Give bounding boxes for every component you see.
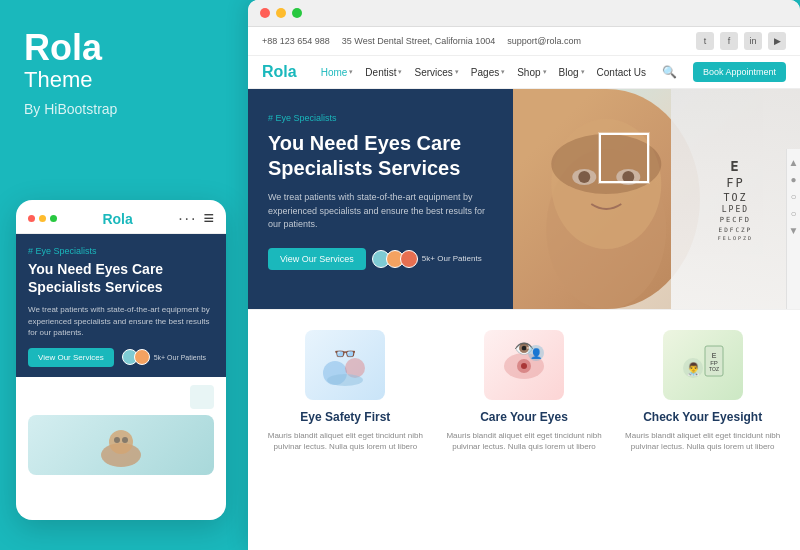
service-illustration-2: 👁️ 👤	[484, 330, 564, 400]
service-illustration-3: E FP TOZ 👨‍⚕️	[663, 330, 743, 400]
browser-window: +88 123 654 988 35 West Dental Street, C…	[248, 0, 800, 550]
patients-count: 5k+ Our Patients	[422, 254, 482, 263]
scroll-icon-2: ○	[790, 191, 796, 202]
scroll-icon-1: ●	[790, 174, 796, 185]
hero-patients: 5k+ Our Patients	[376, 250, 482, 268]
dentist-chevron-icon: ▾	[398, 68, 402, 76]
mobile-patient-avatars	[126, 349, 150, 365]
hero-left: # Eye Specialists You Need Eyes Care Spe…	[248, 89, 513, 309]
social-icons: t f in ▶	[696, 32, 786, 50]
mobile-dot-yellow	[39, 215, 46, 222]
mobile-hamburger-icon: ≡	[203, 208, 214, 229]
mobile-mockup: Rola ··· ≡ # Eye Specialists You Need Ey…	[16, 200, 226, 520]
eye-chart-overlay: E FP TOZ LPED PECFD EDFCZP FELOPZD	[671, 89, 800, 309]
phone-number: +88 123 654 988	[262, 36, 330, 46]
top-bar-contact: +88 123 654 988 35 West Dental Street, C…	[262, 36, 581, 46]
nav-link-shop[interactable]: Shop ▾	[517, 67, 546, 78]
home-chevron-icon: ▾	[349, 68, 353, 76]
eye-chart-line-1: E	[730, 158, 740, 174]
mobile-bottom	[16, 377, 226, 483]
svg-text:E: E	[711, 352, 716, 359]
svg-text:👤: 👤	[530, 347, 543, 360]
patient-avatar-3	[400, 250, 418, 268]
youtube-icon[interactable]: ▶	[768, 32, 786, 50]
service-title-1: Eye Safety First	[266, 410, 425, 424]
service-desc-1: Mauris blandit aliquet elit eget tincidu…	[266, 430, 425, 452]
facebook-icon[interactable]: f	[720, 32, 738, 50]
service-card-2: 👁️ 👤 Care Your Eyes Mauris blandit aliqu…	[441, 330, 608, 452]
mobile-form-icon	[190, 385, 214, 409]
browser-chrome	[248, 0, 800, 27]
mobile-brand: Rola	[102, 211, 132, 227]
email-text: support@rola.com	[507, 36, 581, 46]
svg-point-13	[327, 374, 363, 386]
mobile-chrome: Rola ··· ≡	[16, 200, 226, 234]
eye-chart-line-4: LPED	[722, 205, 749, 214]
eye-chart-line-3: TOZ	[723, 192, 747, 203]
mobile-tag: # Eye Specialists	[28, 246, 214, 256]
hero-desc: We treat patients with state-of-the-art …	[268, 191, 493, 232]
mobile-more-icon: ···	[178, 210, 197, 228]
svg-text:👨‍⚕️: 👨‍⚕️	[685, 361, 700, 376]
hero-right: E FP TOZ LPED PECFD EDFCZP FELOPZD	[513, 89, 800, 309]
service-title-2: Care Your Eyes	[445, 410, 604, 424]
service-illustration-1: 👓	[305, 330, 385, 400]
nav-link-pages[interactable]: Pages ▾	[471, 67, 505, 78]
hero-title: You Need Eyes Care Specialists Services	[268, 131, 493, 181]
mobile-dot-red	[28, 215, 35, 222]
chrome-dot-yellow[interactable]	[276, 8, 286, 18]
nav-bar: Rola Home ▾ Dentist ▾ Services ▾ Pages ▾…	[248, 56, 800, 89]
focus-square	[599, 133, 649, 183]
view-services-button[interactable]: View Our Services	[268, 248, 366, 270]
address-text: 35 West Dental Street, California 1004	[342, 36, 495, 46]
mobile-hero-desc: We treat patients with state-of-the-art …	[28, 304, 214, 338]
eye-chart-line-5: PECFD	[720, 216, 751, 224]
mobile-view-btn[interactable]: View Our Services	[28, 348, 114, 367]
nav-link-home[interactable]: Home ▾	[321, 67, 354, 78]
eye-chart-line-6: EDFCZP	[719, 226, 753, 233]
mobile-nav-icons: ··· ≡	[178, 208, 214, 229]
scroll-icon-3: ○	[790, 208, 796, 219]
svg-text:TOZ: TOZ	[709, 366, 719, 372]
services-chevron-icon: ▾	[455, 68, 459, 76]
mobile-hero-title: You Need Eyes Care Specialists Services	[28, 260, 214, 296]
services-section: 👓 Eye Safety First Mauris blandit alique…	[248, 309, 800, 462]
chrome-dot-red[interactable]	[260, 8, 270, 18]
svg-point-17	[521, 363, 527, 369]
service-title-3: Check Your Eyesight	[623, 410, 782, 424]
mobile-patients-text: 5k+ Our Patients	[154, 354, 206, 361]
nav-link-contact[interactable]: Contact Us	[597, 67, 646, 78]
instagram-icon[interactable]: in	[744, 32, 762, 50]
brand-theme: Theme	[24, 66, 224, 95]
shop-chevron-icon: ▾	[543, 68, 547, 76]
mobile-avatar-2	[134, 349, 150, 365]
svg-point-2	[114, 437, 120, 443]
service-desc-2: Mauris blandit aliquet elit eget tincidu…	[445, 430, 604, 452]
search-icon[interactable]: 🔍	[661, 63, 679, 81]
scrollbar[interactable]: ▲ ● ○ ○ ▼	[786, 149, 800, 309]
blog-chevron-icon: ▾	[581, 68, 585, 76]
eye-chart-line-7: FELOPZD	[718, 235, 753, 241]
mobile-bottom-image	[28, 415, 214, 475]
book-appointment-button[interactable]: Book Appointment	[693, 62, 786, 82]
svg-point-3	[122, 437, 128, 443]
scroll-up-icon[interactable]: ▲	[789, 157, 799, 168]
nav-links: Home ▾ Dentist ▾ Services ▾ Pages ▾ Shop…	[321, 67, 647, 78]
nav-link-blog[interactable]: Blog ▾	[559, 67, 585, 78]
chrome-dot-green[interactable]	[292, 8, 302, 18]
top-bar: +88 123 654 988 35 West Dental Street, C…	[248, 27, 800, 56]
hero-actions: View Our Services 5k+ Our Patients	[268, 248, 493, 270]
patient-avatars	[376, 250, 418, 268]
mobile-dots	[28, 215, 57, 222]
mobile-dot-green	[50, 215, 57, 222]
service-card-1: 👓 Eye Safety First Mauris blandit alique…	[262, 330, 429, 452]
eye-chart-line-2: FP	[726, 176, 744, 190]
nav-link-services[interactable]: Services ▾	[414, 67, 458, 78]
brand-by: By HiBootstrap	[24, 101, 224, 117]
nav-link-dentist[interactable]: Dentist ▾	[365, 67, 402, 78]
service-desc-3: Mauris blandit aliquet elit eget tincidu…	[623, 430, 782, 452]
scroll-down-icon[interactable]: ▼	[789, 225, 799, 236]
service-card-3: E FP TOZ 👨‍⚕️ Check Your Eyesight Mauris…	[619, 330, 786, 452]
nav-logo[interactable]: Rola	[262, 63, 297, 81]
twitter-icon[interactable]: t	[696, 32, 714, 50]
